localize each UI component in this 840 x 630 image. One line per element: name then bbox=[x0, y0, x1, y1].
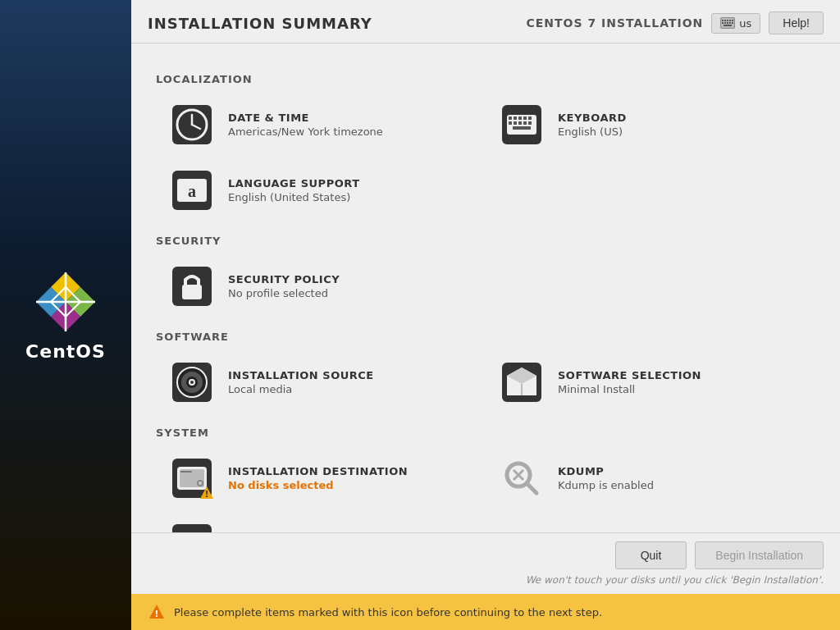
date-time-item[interactable]: DATE & TIME Americas/New York timezone bbox=[156, 94, 486, 156]
language-support-title: LANGUAGE SUPPORT bbox=[228, 177, 360, 189]
system-row-2: NETWORK & HOST NAME Wired (enp0s3) conne… bbox=[156, 513, 815, 532]
installation-destination-item[interactable]: ! INSTALLATION DESTINATION No disks sele… bbox=[156, 447, 486, 509]
svg-rect-14 bbox=[722, 22, 724, 24]
svg-rect-19 bbox=[724, 25, 732, 26]
svg-rect-9 bbox=[722, 20, 724, 21]
language-button[interactable]: us bbox=[711, 13, 760, 34]
network-hostname-item[interactable]: NETWORK & HOST NAME Wired (enp0s3) conne… bbox=[156, 513, 815, 532]
svg-line-60 bbox=[527, 483, 536, 493]
section-localization-header: LOCALIZATION bbox=[156, 73, 815, 85]
installation-destination-subtitle: No disks selected bbox=[228, 479, 408, 491]
centos-icon bbox=[33, 269, 98, 335]
svg-point-46 bbox=[190, 381, 194, 384]
svg-rect-27 bbox=[514, 116, 517, 120]
install-label: CENTOS 7 INSTALLATION bbox=[526, 16, 703, 30]
centos-logo: CentOS bbox=[25, 269, 106, 362]
kdump-icon bbox=[499, 455, 545, 501]
installation-destination-title: INSTALLATION DESTINATION bbox=[228, 465, 408, 477]
svg-rect-15 bbox=[724, 22, 726, 24]
kdump-item[interactable]: KDUMP Kdump is enabled bbox=[486, 447, 815, 509]
keyboard-subtitle: English (US) bbox=[558, 126, 627, 138]
help-button[interactable]: Help! bbox=[769, 11, 824, 34]
svg-rect-31 bbox=[509, 121, 512, 125]
security-row: SECURITY POLICY No profile selected bbox=[156, 255, 815, 317]
software-selection-title: SOFTWARE SELECTION bbox=[558, 369, 701, 381]
keyboard-text: KEYBOARD English (US) bbox=[558, 112, 627, 138]
warning-footer: ! Please complete items marked with this… bbox=[131, 594, 840, 630]
svg-rect-11 bbox=[727, 20, 728, 21]
software-selection-text: SOFTWARE SELECTION Minimal Install bbox=[558, 369, 701, 395]
section-system-header: SYSTEM bbox=[156, 427, 815, 439]
keyboard-small-icon bbox=[720, 17, 735, 29]
svg-rect-16 bbox=[727, 22, 728, 24]
date-time-subtitle: Americas/New York timezone bbox=[228, 126, 383, 138]
lang-label: us bbox=[739, 17, 751, 30]
svg-text:!: ! bbox=[205, 490, 209, 499]
action-buttons: Quit Begin Installation bbox=[615, 541, 824, 569]
content-area: LOCALIZATION DATE & TIME Americas/New Yo… bbox=[131, 43, 840, 532]
security-policy-subtitle: No profile selected bbox=[228, 287, 340, 299]
right-controls: CENTOS 7 INSTALLATION us bbox=[526, 11, 824, 34]
svg-rect-33 bbox=[518, 121, 522, 125]
keyboard-title: KEYBOARD bbox=[558, 112, 627, 124]
kdump-subtitle: Kdump is enabled bbox=[558, 479, 654, 491]
begin-installation-button[interactable]: Begin Installation bbox=[695, 541, 824, 569]
harddisk-warning-icon: ! bbox=[169, 455, 215, 501]
svg-rect-63 bbox=[172, 524, 212, 532]
package-icon bbox=[499, 359, 545, 405]
svg-rect-56 bbox=[180, 471, 192, 472]
localization-row-2: a LANGUAGE SUPPORT English (United State… bbox=[156, 159, 815, 221]
system-row-1: ! INSTALLATION DESTINATION No disks sele… bbox=[156, 447, 815, 509]
installation-source-title: INSTALLATION SOURCE bbox=[228, 369, 374, 381]
svg-rect-18 bbox=[732, 22, 733, 24]
keyboard-item[interactable]: KEYBOARD English (US) bbox=[486, 94, 815, 156]
installation-source-item[interactable]: INSTALLATION SOURCE Local media bbox=[156, 351, 486, 413]
quit-button[interactable]: Quit bbox=[615, 541, 687, 569]
lock-icon bbox=[169, 263, 215, 309]
centos-label: CentOS bbox=[25, 341, 106, 362]
section-security-header: SECURITY bbox=[156, 235, 815, 247]
software-selection-subtitle: Minimal Install bbox=[558, 383, 701, 395]
disc-icon bbox=[169, 359, 215, 405]
svg-rect-36 bbox=[513, 126, 531, 130]
language-icon: a bbox=[169, 167, 215, 213]
installation-destination-text: INSTALLATION DESTINATION No disks select… bbox=[228, 465, 408, 491]
software-row: INSTALLATION SOURCE Local media SOFT bbox=[156, 351, 815, 413]
svg-rect-32 bbox=[514, 121, 517, 125]
svg-rect-17 bbox=[729, 22, 731, 24]
bottom-note: We won't touch your disks until you clic… bbox=[526, 574, 824, 586]
kdump-text: KDUMP Kdump is enabled bbox=[558, 465, 654, 491]
svg-rect-26 bbox=[509, 116, 512, 120]
topbar: INSTALLATION SUMMARY CENTOS 7 INSTALLATI… bbox=[131, 0, 840, 43]
installation-source-subtitle: Local media bbox=[228, 383, 374, 395]
svg-rect-10 bbox=[724, 20, 726, 21]
clock-icon bbox=[169, 102, 215, 148]
security-policy-title: SECURITY POLICY bbox=[228, 273, 340, 285]
installation-source-text: INSTALLATION SOURCE Local media bbox=[228, 369, 374, 395]
language-support-item[interactable]: a LANGUAGE SUPPORT English (United State… bbox=[156, 159, 815, 221]
bottom-bar: Quit Begin Installation We won't touch y… bbox=[131, 532, 840, 594]
security-policy-item[interactable]: SECURITY POLICY No profile selected bbox=[156, 255, 815, 317]
svg-rect-34 bbox=[523, 121, 527, 125]
language-support-text: LANGUAGE SUPPORT English (United States) bbox=[228, 177, 360, 203]
language-support-subtitle: English (United States) bbox=[228, 191, 360, 203]
svg-rect-13 bbox=[732, 20, 733, 21]
keyboard-icon bbox=[499, 102, 545, 148]
svg-rect-41 bbox=[182, 285, 202, 299]
section-software-header: SOFTWARE bbox=[156, 331, 815, 343]
svg-text:a: a bbox=[188, 182, 196, 200]
svg-rect-29 bbox=[523, 116, 527, 120]
localization-row-1: DATE & TIME Americas/New York timezone bbox=[156, 94, 815, 156]
svg-rect-28 bbox=[518, 116, 522, 120]
svg-rect-35 bbox=[528, 121, 532, 125]
date-time-text: DATE & TIME Americas/New York timezone bbox=[228, 112, 383, 138]
main-panel: INSTALLATION SUMMARY CENTOS 7 INSTALLATI… bbox=[131, 0, 840, 630]
date-time-title: DATE & TIME bbox=[228, 112, 383, 124]
kdump-title: KDUMP bbox=[558, 465, 654, 477]
svg-rect-12 bbox=[729, 20, 731, 21]
warning-footer-text: Please complete items marked with this i… bbox=[174, 606, 602, 619]
svg-rect-30 bbox=[528, 116, 532, 120]
warning-footer-icon: ! bbox=[148, 603, 166, 621]
software-selection-item[interactable]: SOFTWARE SELECTION Minimal Install bbox=[486, 351, 815, 413]
network-icon bbox=[169, 521, 215, 532]
